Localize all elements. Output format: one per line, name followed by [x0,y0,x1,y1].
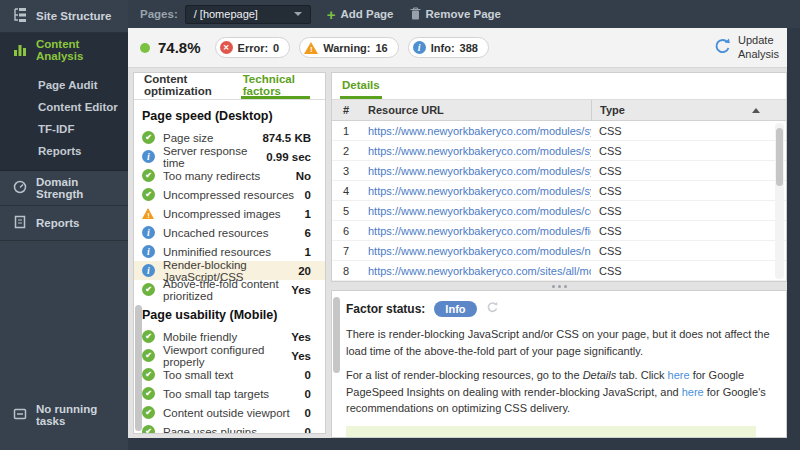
table-row[interactable]: 4 https://www.newyorkbakeryco.com/module… [332,181,786,201]
info-icon [413,41,426,54]
resource-url-link[interactable]: https://www.newyorkbakeryco.com/modules/… [368,165,591,177]
page-selector-dropdown[interactable]: / [homepage] [185,5,311,24]
factor-icon [142,188,155,201]
info-count: 388 [460,42,478,54]
no-running-tasks-status: No running tasks [0,398,128,432]
warning-icon [304,42,318,54]
sidebar: Site Structure Content Analysis Page Aud… [0,0,128,450]
sidebar-item-label: Site Structure [36,10,111,22]
bar-chart-icon [13,42,27,58]
top-toolbar: Pages: / [homepage] + Add Page Remove Pa… [128,0,800,28]
factor-icon [142,226,155,239]
factor-row[interactable]: Uncompressed resources 0 [134,185,325,204]
section-title-page-speed: Page speed (Desktop) [134,100,325,128]
sidebar-item-reports[interactable]: Reports [0,206,128,241]
pagespeed-insights-link[interactable]: here [668,369,690,381]
column-header-num[interactable]: # [332,104,360,116]
table-row[interactable]: 5 https://www.newyorkbakeryco.com/module… [332,201,786,221]
table-row[interactable]: 8 https://www.newyorkbakeryco.com/sites/… [332,261,786,281]
sidebar-item-content-analysis[interactable]: Content Analysis [0,33,128,66]
warning-filter-pill[interactable]: Warning: 16 [299,37,399,58]
factor-icon [142,131,155,144]
factor-row[interactable]: Above-the-fold content prioritized Yes [134,280,325,299]
factor-row[interactable]: Too small text 0 [134,365,325,384]
tab-technical-factors[interactable]: Technical factors [241,73,310,99]
factor-icon [142,425,155,434]
factor-row[interactable]: Content outside viewport 0 [134,403,325,422]
site-structure-icon [13,8,27,24]
tab-content-optimization[interactable]: Content optimization [142,73,226,99]
error-filter-pill[interactable]: Error: 0 [215,37,291,58]
add-page-label: Add Page [340,8,393,20]
sort-asc-icon[interactable] [752,108,760,113]
sidebar-item-site-structure[interactable]: Site Structure [0,0,128,33]
table-row[interactable]: 6 https://www.newyorkbakeryco.com/module… [332,221,786,241]
sidebar-item-label: Domain Strength [36,176,128,200]
sidebar-item-reports-sub[interactable]: Reports [38,140,128,162]
remove-page-label: Remove Page [426,8,501,20]
details-panel: Details # Resource URL Type 1 https://ww… [331,72,787,282]
error-icon [220,41,233,54]
table-row[interactable]: 1 https://www.newyorkbakeryco.com/module… [332,121,786,141]
resource-url-link[interactable]: https://www.newyorkbakeryco.com/modules/… [368,145,591,157]
details-tabbar: Details [332,73,786,100]
factor-row[interactable]: Uncompressed images 1 [134,204,325,223]
resource-url-link[interactable]: https://www.newyorkbakeryco.com/modules/… [368,245,591,257]
css-delivery-link[interactable]: here [682,386,704,398]
resource-url-link[interactable]: https://www.newyorkbakeryco.com/modules/… [368,225,591,237]
factor-row[interactable]: Viewport configured properly Yes [134,346,325,365]
no-running-tasks-label: No running tasks [36,403,128,427]
chevron-down-icon [294,12,302,16]
status-badge: Info [434,301,476,317]
sidebar-item-content-editor[interactable]: Content Editor [38,96,128,118]
add-page-button[interactable]: + Add Page [327,7,394,22]
factor-row[interactable]: Server response time 0.99 sec [134,147,325,166]
factor-row[interactable]: Page uses plugins 0 [134,422,325,434]
factors-tabbar: Content optimization Technical factors [134,73,325,100]
table-row[interactable]: 7 https://www.newyorkbakeryco.com/module… [332,241,786,261]
tab-details[interactable]: Details [340,73,382,99]
factor-icon [142,387,155,400]
sidebar-section-content-analysis: Content Analysis Page Audit Content Edit… [0,33,128,171]
sidebar-item-tf-idf[interactable]: TF-IDF [38,118,128,140]
factor-row[interactable]: Too small tap targets 0 [134,384,325,403]
table-scrollbar-track[interactable] [775,123,784,279]
table-scrollbar-thumb[interactable] [776,128,783,186]
sidebar-item-domain-strength[interactable]: Domain Strength [0,171,128,206]
factors-scrollbar[interactable] [135,305,142,431]
error-label: Error: [238,42,269,54]
factor-icon [142,208,155,220]
update-analysis-button[interactable]: Update Analysis [713,28,779,68]
factor-status-paragraph-2: For a list of render-blocking resources,… [346,367,784,417]
resource-url-link[interactable]: https://www.newyorkbakeryco.com/modules/… [368,125,591,137]
factor-icon [142,406,155,419]
column-header-resource-url[interactable]: Resource URL [360,104,591,116]
plus-icon: + [327,7,336,22]
factor-icon [142,264,155,277]
gauge-icon [13,180,27,196]
resource-url-link[interactable]: https://www.newyorkbakeryco.com/modules/… [368,185,591,197]
factor-row[interactable]: Too many redirects No [134,166,325,185]
score-status-dot [140,43,150,53]
panel-splitter-handle[interactable] [331,282,787,290]
advice-note: Please also see other factors from this … [346,426,756,439]
factors-panel: Content optimization Technical factors P… [133,72,326,434]
table-row[interactable]: 3 https://www.newyorkbakeryco.com/module… [332,161,786,181]
audit-status-bar: 74.8% Error: 0 Warning: 16 Info: 388 Upd… [128,28,787,68]
warning-label: Warning: [323,42,370,54]
info-filter-pill[interactable]: Info: 388 [408,37,489,58]
sidebar-item-label: Reports [36,217,79,229]
remove-page-button[interactable]: Remove Page [410,7,501,22]
resource-url-link[interactable]: https://www.newyorkbakeryco.com/modules/… [368,205,591,217]
table-header: # Resource URL Type [332,100,786,121]
sidebar-item-page-audit[interactable]: Page Audit [38,74,128,96]
content-area: Content optimization Technical factors P… [128,68,787,438]
sidebar-item-label: Content Analysis [36,38,128,62]
tasks-icon [13,407,27,423]
status-scrollbar-thumb[interactable] [333,297,340,373]
factor-row[interactable]: Uncached resources 6 [134,223,325,242]
table-row[interactable]: 2 https://www.newyorkbakeryco.com/module… [332,141,786,161]
info-label: Info: [431,42,455,54]
resource-url-link[interactable]: https://www.newyorkbakeryco.com/sites/al… [368,265,591,277]
optimization-score: 74.8% [158,39,201,56]
